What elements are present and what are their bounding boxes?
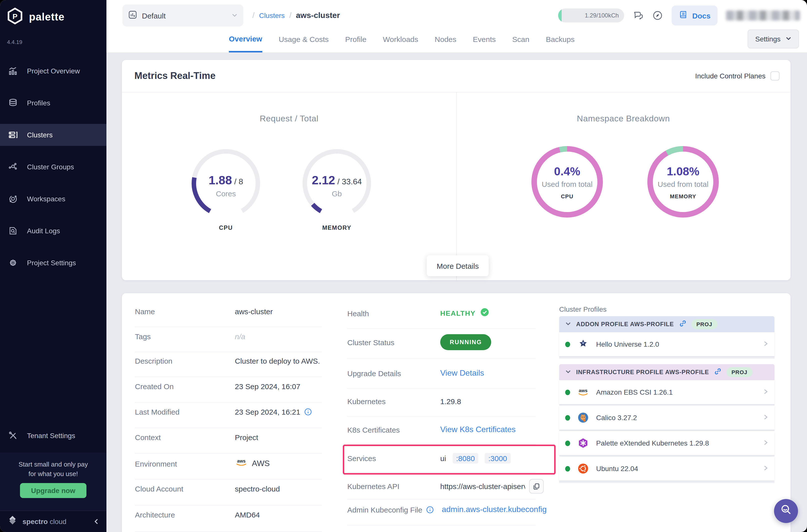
namespace-memory-pct: 1.08% bbox=[644, 165, 722, 178]
topbar: Default / Clusters / aws-cluster 1.29/10… bbox=[107, 0, 807, 53]
architecture-value: AMD64 bbox=[235, 511, 260, 519]
tab-events[interactable]: Events bbox=[473, 26, 496, 53]
upgrade-now-button[interactable]: Upgrade now bbox=[20, 483, 86, 498]
cpu-gauge: 1.88 / 8 Cores CPU bbox=[188, 147, 263, 231]
project-selector[interactable]: Default bbox=[123, 4, 243, 26]
settings-label: Settings bbox=[755, 35, 781, 43]
tab-backups[interactable]: Backups bbox=[546, 26, 575, 53]
description-value: Cluster to deploy to AWS. bbox=[235, 357, 320, 365]
tab-nodes[interactable]: Nodes bbox=[435, 26, 456, 53]
settings-button[interactable]: Settings bbox=[748, 30, 799, 49]
tab-overview[interactable]: Overview bbox=[229, 26, 262, 53]
check-circle-icon bbox=[481, 308, 488, 318]
chevron-right-icon bbox=[763, 340, 769, 349]
sidebar-item-cluster-groups[interactable]: Cluster Groups bbox=[0, 156, 107, 178]
svg-text:aws: aws bbox=[237, 459, 246, 463]
proj-badge: PROJ bbox=[727, 367, 753, 377]
sidebar-item-profiles[interactable]: Profiles bbox=[0, 92, 107, 114]
chevron-right-icon bbox=[763, 413, 769, 422]
service-port-8080[interactable]: :8080 bbox=[452, 453, 478, 463]
chevron-right-icon bbox=[763, 388, 769, 397]
cloud-account-value: spectro-cloud bbox=[235, 484, 280, 493]
status-dot bbox=[565, 341, 570, 347]
sidebar-item-project-overview[interactable]: Project Overview bbox=[0, 60, 107, 82]
docs-label: Docs bbox=[692, 11, 711, 20]
detail-row: K8s Certificates View K8s Certificates bbox=[347, 425, 516, 434]
sidebar-item-project-settings[interactable]: Project Settings bbox=[0, 252, 107, 274]
info-icon[interactable] bbox=[304, 408, 312, 416]
services-row: Services ui :8080 :3000 bbox=[347, 453, 511, 463]
breadcrumb-separator: / bbox=[252, 11, 255, 20]
clusters-icon bbox=[8, 130, 18, 140]
tab-usage-costs[interactable]: Usage & Costs bbox=[279, 26, 329, 53]
copy-icon[interactable] bbox=[529, 479, 544, 494]
namespace-cpu-pct: 0.4% bbox=[528, 165, 606, 178]
ubuntu-logo-icon bbox=[577, 462, 589, 475]
sidebar-item-clusters[interactable]: Clusters bbox=[0, 124, 107, 146]
profile-row-calico[interactable]: Calico 3.27.2 bbox=[559, 406, 774, 430]
include-control-planes: Include Control Planes bbox=[695, 72, 780, 80]
detail-row: Admin Kubeconfig File admin.aws-cluster.… bbox=[347, 505, 547, 514]
detail-row: Upgrade Details View Details bbox=[347, 369, 484, 378]
gear-icon bbox=[8, 258, 18, 268]
promo-line-1: Start small and only pay bbox=[0, 453, 107, 469]
brand-name: palette bbox=[29, 11, 64, 23]
profile-row-ubuntu[interactable]: Ubuntu 22.04 bbox=[559, 457, 774, 480]
tab-scan[interactable]: Scan bbox=[512, 26, 529, 53]
infrastructure-profile-header[interactable]: INFRASTRUCTURE PROFILE AWS-PROFILE PROJ bbox=[559, 364, 774, 380]
usage-progress-bar bbox=[558, 8, 562, 22]
upgrade-promo: Start small and only pay for what you us… bbox=[0, 453, 107, 511]
chat-icon[interactable] bbox=[633, 10, 644, 21]
chevron-down-icon bbox=[232, 11, 237, 20]
docs-button[interactable]: Docs bbox=[672, 5, 717, 25]
namespace-memory-ring: 1.08% Used from total MEMORY bbox=[644, 143, 722, 223]
context-value: Project bbox=[235, 433, 258, 442]
palette-logo-icon: P bbox=[6, 7, 24, 27]
audit-log-icon bbox=[8, 226, 18, 236]
view-k8s-certificates-link[interactable]: View K8s Certificates bbox=[440, 425, 516, 434]
search-assistant-fab[interactable] bbox=[774, 499, 798, 523]
detail-row: Kubernetes 1.29.8 bbox=[347, 397, 461, 406]
tab-workloads[interactable]: Workloads bbox=[383, 26, 418, 53]
cpu-request-value: 1.88 bbox=[209, 173, 232, 187]
status-dot bbox=[565, 415, 570, 420]
link-icon bbox=[679, 320, 686, 329]
memory-total-value: / 33.64 bbox=[337, 177, 362, 186]
profile-row-palette-extended-kubernetes[interactable]: Palette eXtended Kubernetes 1.29.8 bbox=[559, 431, 774, 455]
include-control-planes-checkbox[interactable] bbox=[771, 72, 780, 80]
health-status-text: HEALTHY bbox=[440, 309, 475, 317]
sidebar-item-tenant-settings[interactable]: Tenant Settings bbox=[0, 424, 107, 446]
compass-icon[interactable] bbox=[652, 10, 663, 21]
profile-row-hello-universe[interactable]: Hello Universe 1.2.0 bbox=[559, 332, 774, 356]
memory-request-value: 2.12 bbox=[312, 173, 335, 187]
sidebar-item-workspaces[interactable]: Workspaces bbox=[0, 188, 107, 210]
svg-text:P: P bbox=[13, 12, 18, 20]
sidebar-item-label: Cluster Groups bbox=[27, 163, 74, 171]
collapse-sidebar-chevron[interactable] bbox=[93, 518, 99, 525]
tags-value: n/a bbox=[235, 332, 245, 341]
topbar-actions: 1.29/100kCh Docs bbox=[558, 4, 800, 26]
sidebar-item-label: Tenant Settings bbox=[27, 432, 75, 440]
more-details-button[interactable]: More Details bbox=[427, 255, 489, 276]
bar-chart-icon bbox=[8, 66, 18, 76]
breadcrumb-clusters-link[interactable]: Clusters bbox=[259, 12, 285, 19]
namespace-cpu-label: CPU bbox=[528, 193, 606, 199]
metrics-realtime-card: Metrics Real-Time Include Control Planes… bbox=[122, 60, 790, 280]
admin-kubeconfig-link[interactable]: admin.aws-cluster.kubeconfig bbox=[442, 505, 547, 514]
tab-bar: Overview Usage & Costs Profile Workloads… bbox=[229, 26, 575, 53]
sidebar-item-label: Project Overview bbox=[27, 67, 80, 75]
info-icon[interactable] bbox=[426, 506, 434, 513]
addon-profile-header[interactable]: ADDON PROFILE AWS-PROFILE PROJ bbox=[559, 316, 774, 332]
chevron-down-icon bbox=[565, 368, 571, 377]
namespace-cpu-ring: 0.4% Used from total CPU bbox=[528, 143, 606, 223]
user-name-redacted[interactable] bbox=[726, 11, 800, 20]
chevron-down-icon bbox=[565, 320, 571, 329]
breadcrumb-separator: / bbox=[289, 11, 292, 20]
service-port-3000[interactable]: :3000 bbox=[485, 453, 510, 463]
sidebar-item-audit-logs[interactable]: Audit Logs bbox=[0, 220, 107, 242]
cpu-gauge-label: CPU bbox=[188, 224, 263, 231]
tab-profile[interactable]: Profile bbox=[345, 26, 367, 53]
view-details-link[interactable]: View Details bbox=[440, 369, 484, 378]
profile-row-amazon-ebs-csi[interactable]: aws Amazon EBS CSI 1.26.1 bbox=[559, 380, 774, 404]
breadcrumb-current-cluster: aws-cluster bbox=[296, 11, 340, 20]
